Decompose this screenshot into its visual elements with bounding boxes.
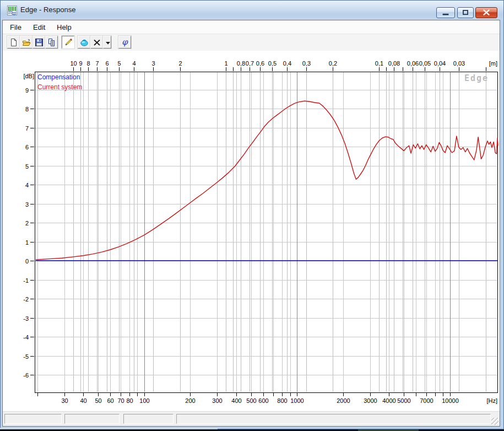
svg-text:8: 8 — [25, 106, 29, 112]
close-button[interactable] — [475, 7, 497, 18]
svg-text:7: 7 — [25, 125, 29, 132]
minimize-icon — [437, 8, 454, 18]
delete-dropdown-button[interactable] — [103, 36, 111, 49]
svg-text:-3: -3 — [23, 315, 29, 322]
open-button[interactable] — [20, 36, 32, 49]
maximize-icon — [458, 8, 473, 18]
svg-text:100: 100 — [139, 397, 149, 404]
close-icon — [476, 8, 497, 18]
status-panel-3 — [123, 414, 174, 424]
svg-text:80: 80 — [126, 397, 133, 404]
phase-button[interactable]: φ — [118, 36, 131, 49]
phi-icon: φ — [119, 36, 131, 48]
status-panel-4 — [176, 414, 491, 424]
svg-text:800: 800 — [277, 397, 287, 404]
app-window: Edge - Response File Edit Help — [0, 0, 504, 429]
resize-grip[interactable] — [491, 418, 498, 425]
svg-text:9: 9 — [25, 87, 29, 94]
svg-text:0,1: 0,1 — [375, 60, 383, 67]
pencil-icon — [64, 38, 73, 47]
svg-text:5000: 5000 — [397, 397, 410, 404]
svg-text:5: 5 — [25, 163, 29, 170]
svg-text:1000: 1000 — [290, 397, 304, 404]
svg-text:0,5: 0,5 — [268, 60, 277, 67]
svg-text:0,6: 0,6 — [256, 60, 264, 67]
svg-text:[m]: [m] — [489, 60, 497, 67]
save-button[interactable] — [32, 36, 45, 49]
svg-text:0,7: 0,7 — [246, 60, 254, 67]
svg-text:-6: -6 — [23, 372, 29, 379]
svg-text:0,05: 0,05 — [419, 60, 431, 67]
svg-text:0,4: 0,4 — [283, 60, 291, 67]
svg-text:10: 10 — [70, 60, 77, 67]
svg-text:4: 4 — [132, 60, 136, 67]
svg-text:0,8: 0,8 — [237, 60, 245, 67]
svg-text:9: 9 — [79, 60, 82, 67]
menu-help[interactable]: Help — [54, 23, 74, 32]
svg-text:0,2: 0,2 — [329, 60, 337, 67]
maximize-button[interactable] — [457, 7, 474, 18]
svg-text:[dB]: [dB] — [23, 73, 34, 79]
menu-bar: File Edit Help — [3, 20, 500, 34]
status-panel-2 — [64, 414, 120, 424]
svg-text:30: 30 — [61, 397, 68, 404]
legend-current-system: Current system — [37, 83, 82, 91]
svg-text:5: 5 — [117, 60, 121, 67]
menu-file[interactable]: File — [7, 23, 24, 32]
svg-text:2: 2 — [25, 220, 29, 227]
delete-button[interactable] — [90, 36, 103, 49]
svg-text:2: 2 — [178, 60, 182, 67]
toolbar: φ — [3, 34, 500, 51]
new-button[interactable] — [7, 36, 20, 49]
chart-area: 109876543210,80,70,60,50,40,30,20,10,080… — [3, 51, 500, 412]
svg-text:-5: -5 — [23, 353, 29, 360]
svg-text:[Hz]: [Hz] — [486, 397, 497, 404]
svg-text:-2: -2 — [23, 296, 29, 303]
svg-text:7: 7 — [95, 60, 99, 67]
svg-text:7000: 7000 — [420, 397, 433, 404]
new-document-icon — [9, 38, 18, 47]
minimize-button[interactable] — [436, 7, 455, 18]
menu-edit[interactable]: Edit — [30, 23, 48, 32]
svg-text:0,03: 0,03 — [453, 60, 465, 67]
chevron-down-icon — [103, 38, 112, 47]
svg-text:300: 300 — [212, 397, 222, 404]
svg-text:50: 50 — [95, 397, 101, 404]
app-icon — [7, 6, 17, 15]
delete-x-icon — [93, 38, 101, 47]
svg-text:70: 70 — [117, 397, 124, 404]
open-folder-icon — [22, 38, 31, 47]
svg-text:10000: 10000 — [442, 397, 459, 404]
svg-text:8: 8 — [86, 60, 90, 67]
render-button[interactable] — [78, 36, 90, 49]
svg-text:Edge: Edge — [464, 73, 489, 83]
svg-text:1: 1 — [25, 239, 29, 246]
svg-text:500: 500 — [246, 397, 256, 404]
svg-text:3: 3 — [151, 60, 155, 67]
status-bar — [3, 411, 500, 426]
legend-compensation: Compensation — [37, 73, 80, 81]
window-title: Edge - Response — [20, 6, 75, 14]
pencil-tool-button[interactable] — [62, 36, 74, 49]
blob-icon — [80, 38, 89, 47]
svg-text:-1: -1 — [23, 277, 29, 284]
svg-text:2000: 2000 — [337, 397, 350, 404]
svg-text:0: 0 — [25, 258, 29, 265]
svg-text:4: 4 — [25, 182, 29, 188]
svg-text:0,06: 0,06 — [407, 60, 419, 67]
status-panel-1 — [4, 414, 62, 424]
title-bar[interactable]: Edge - Response — [1, 1, 503, 20]
svg-text:6: 6 — [25, 144, 29, 150]
svg-text:0,3: 0,3 — [302, 60, 311, 67]
svg-text:4000: 4000 — [382, 397, 395, 404]
svg-text:1: 1 — [224, 60, 227, 67]
current-system-curve — [36, 101, 498, 260]
window-client-area: File Edit Help — [2, 20, 500, 427]
svg-text:400: 400 — [231, 397, 241, 404]
svg-text:6: 6 — [105, 60, 109, 67]
svg-text:200: 200 — [185, 397, 195, 404]
window-bottom-border — [0, 428, 218, 429]
svg-text:0,08: 0,08 — [388, 60, 400, 67]
svg-text:0,04: 0,04 — [434, 60, 446, 67]
copy-button[interactable] — [45, 36, 58, 49]
